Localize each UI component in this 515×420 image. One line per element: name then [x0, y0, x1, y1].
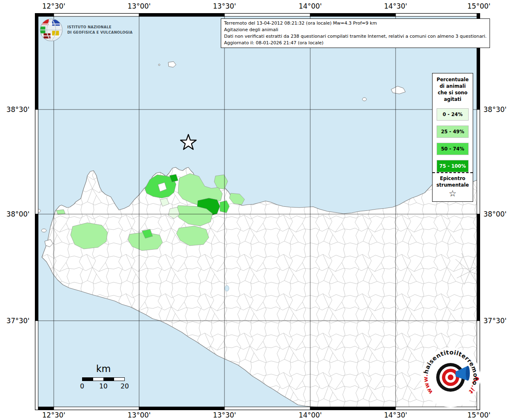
scale-bar-labels: 0 10 20 — [80, 382, 126, 390]
info-line-source: Dati non verificati estratti da 238 ques… — [224, 33, 487, 40]
scale-bar: km 0 10 20 — [80, 363, 126, 390]
y-axis-tick: 37°30' — [0, 317, 32, 325]
scale-bar-unit: km — [80, 363, 126, 374]
x-axis-tick: 14°00' — [292, 2, 329, 10]
ingv-name: ISTITUTO NAZIONALE DI GEOFISICA E VULCAN… — [67, 25, 133, 35]
scale-bar-label: 10 — [97, 382, 110, 390]
y-axis-tick: 38°30' — [483, 105, 515, 114]
scale-bar-segment — [114, 378, 125, 381]
haisentitoilterremoto-logo: ? www.haisentitoilterremoto.it — [415, 342, 486, 413]
scale-bar-label: 0 — [76, 382, 88, 390]
epicenter-star-icon: ☆ — [433, 188, 473, 201]
x-axis-tick: 12°30' — [35, 2, 72, 10]
info-line-subject: Agitazione degli animali — [224, 27, 487, 33]
y-axis-tick: 38°00' — [483, 210, 515, 218]
x-axis-tick: 13°00' — [121, 2, 158, 10]
y-axis-tick: 37°30' — [483, 317, 515, 325]
map-canvas — [35, 13, 480, 410]
legend-epicenter-title: Epicentro strumentale — [433, 173, 473, 188]
earthquake-info-box: Terremoto del 13-04-2012 08:21:32 (ora l… — [221, 18, 490, 48]
x-axis-tick: 12°30' — [35, 411, 72, 419]
x-axis-tick: 13°30' — [206, 2, 243, 10]
ingv-logo: ISTITUTO NAZIONALE DI GEOFISICA E VULCAN… — [39, 18, 133, 42]
legend-swatch-label: 25 - 49% — [441, 129, 464, 135]
legend-swatch-50-74: 50 - 74% — [437, 143, 469, 155]
legend-swatch-75-100: 75 - 100% — [437, 160, 469, 172]
legend-swatch-label: 75 - 100% — [439, 163, 466, 169]
legend-swatch-label: 50 - 74% — [441, 146, 464, 152]
scale-bar-segment — [93, 378, 104, 381]
y-axis-tick: 38°30' — [0, 105, 32, 114]
ingv-name-line2: DI GEOFISICA E VULCANOLOGIA — [67, 30, 133, 35]
legend-swatch-25-49: 25 - 49% — [437, 126, 469, 138]
scale-bar-segments — [82, 377, 125, 381]
x-axis-tick: 14°30' — [377, 2, 414, 10]
legend-title: Percentuale di animali che si sono agita… — [433, 73, 473, 103]
x-axis-tick: 15°00' — [460, 2, 497, 10]
municipality-shape — [56, 210, 65, 215]
scale-bar-segment — [103, 378, 114, 381]
info-line-updated: Aggiornato il: 08-01-2026 21:47 (ora loc… — [224, 40, 487, 46]
scale-bar-segment — [82, 378, 93, 381]
page: 12°30' 13°00' 13°30' 14°00' 14°30' 15°00… — [0, 0, 515, 420]
x-axis-tick: 13°00' — [121, 411, 158, 419]
scale-bar-label: 20 — [119, 382, 131, 390]
ingv-name-line1: ISTITUTO NAZIONALE — [67, 25, 133, 30]
info-line-event: Terremoto del 13-04-2012 08:21:32 (ora l… — [224, 20, 487, 27]
x-axis-tick: 13°30' — [206, 411, 243, 419]
lake — [225, 285, 229, 291]
legend-swatch-0-24: 0 - 24% — [437, 108, 469, 121]
ingv-globe-icon — [39, 18, 63, 42]
legend-swatch-label: 0 - 24% — [443, 112, 462, 117]
x-axis-tick: 14°30' — [377, 411, 414, 419]
x-axis-tick: 14°00' — [292, 411, 329, 419]
y-axis-tick: 38°00' — [0, 210, 32, 218]
legend: Percentuale di animali che si sono agita… — [432, 73, 473, 202]
